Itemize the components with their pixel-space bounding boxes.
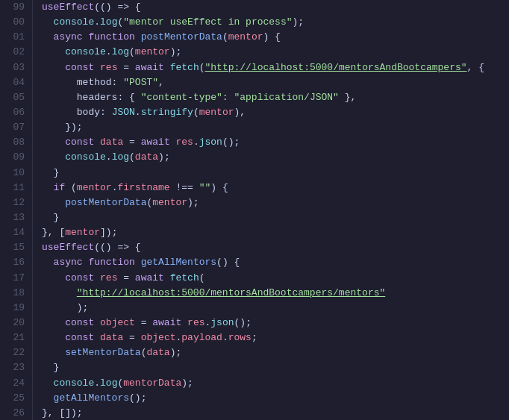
token-plain: }: [54, 212, 60, 223]
token-indent2: [42, 151, 65, 163]
code-line: console.log(data);: [42, 150, 509, 165]
token-method: log: [112, 46, 129, 57]
token-plain: [135, 31, 141, 43]
token-indent1: [42, 167, 54, 178]
code-line: async function getAllMentors() {: [42, 255, 509, 270]
token-plain: .: [135, 107, 141, 118]
token-indent2: [42, 347, 65, 358]
token-pm: mentorData: [123, 377, 181, 389]
token-fn: getAllMentors: [54, 392, 129, 404]
token-plain: [94, 62, 100, 73]
token-method: log: [100, 377, 117, 389]
token-method: console: [65, 151, 106, 163]
token-indent1: [42, 392, 54, 404]
token-kw: const: [65, 317, 94, 328]
token-url: "http://localhost:5000/mentorsAndBootcam…: [77, 287, 385, 298]
token-str: "": [199, 182, 211, 193]
token-plain: (: [193, 107, 199, 118]
token-plain: method:: [77, 77, 123, 88]
token-pm: mentor: [199, 107, 234, 118]
line-number: 06: [6, 105, 25, 120]
code-content: useEffect(() => { console.log("mentor us…: [33, 0, 509, 420]
token-plain: .: [106, 151, 112, 163]
token-plain: =: [117, 272, 134, 283]
token-plain: [94, 317, 100, 328]
line-number: 22: [6, 345, 25, 360]
token-indent2: [42, 332, 65, 343]
code-line: "http://localhost:5000/mentorsAndBootcam…: [42, 286, 509, 301]
code-line: }: [42, 210, 509, 225]
token-plain: ;: [252, 332, 257, 343]
token-pm: firstname: [117, 182, 169, 193]
token-fn: postMentorData: [141, 31, 222, 43]
code-line: console.log(mentorData);: [42, 376, 509, 391]
token-plain: [94, 332, 100, 343]
token-plain: ();: [129, 392, 146, 404]
code-line: headers: { "content-type": "application/…: [42, 90, 509, 105]
token-indent3: [42, 77, 77, 88]
line-number: 99: [6, 0, 25, 15]
token-plain: body:: [77, 107, 112, 118]
token-method: json: [210, 317, 234, 328]
token-plain: ();: [222, 137, 240, 148]
token-plain: ) {: [263, 31, 281, 43]
code-line: }, [mentor]);: [42, 225, 509, 240]
code-line: }, []);: [42, 406, 509, 420]
token-plain: , {: [467, 62, 484, 73]
line-number: 26: [6, 406, 25, 420]
token-kw: async: [54, 257, 83, 268]
code-line: const res = await fetch(: [42, 271, 509, 286]
line-number: 07: [6, 120, 25, 135]
code-line: async function postMentorData(mentor) {: [42, 30, 509, 45]
token-kw: const: [65, 332, 94, 343]
token-str: "application/JSON": [234, 92, 338, 103]
token-plain: (() => {: [94, 242, 140, 253]
token-plain: }, [: [42, 227, 65, 238]
code-line: });: [42, 120, 509, 135]
token-indent2: [42, 272, 65, 283]
token-fn: setMentorData: [65, 347, 140, 358]
token-method: fetch: [170, 272, 199, 283]
token-indent1: [42, 212, 54, 223]
token-indent2: [42, 62, 65, 73]
code-line: }: [42, 360, 509, 375]
token-fn: getAllMentors: [141, 257, 216, 268]
token-pm: data: [146, 347, 169, 358]
line-number: 25: [6, 391, 25, 406]
token-plain: );: [65, 302, 88, 313]
token-plain: =: [135, 317, 152, 328]
token-method: fetch: [170, 62, 199, 73]
token-kw: await: [135, 62, 164, 73]
code-line: console.log("mentor useEffect in process…: [42, 15, 509, 30]
token-indent2: [42, 302, 65, 313]
token-plain: .: [106, 46, 112, 57]
line-number: 12: [6, 195, 25, 210]
token-indent2: [42, 122, 65, 133]
token-plain: [170, 137, 176, 148]
token-plain: }, []);: [42, 407, 83, 419]
line-number: 24: [6, 376, 25, 391]
line-number: 23: [6, 360, 25, 375]
line-number: 18: [6, 286, 25, 301]
token-method: log: [112, 151, 129, 163]
line-number: 19: [6, 301, 25, 316]
token-method: json: [199, 137, 222, 148]
token-pm: data: [100, 332, 123, 343]
token-pm: mentor: [228, 31, 263, 43]
token-plain: },: [339, 92, 356, 103]
line-number: 05: [6, 90, 25, 105]
token-indent1: [42, 257, 54, 268]
line-number: 15: [6, 240, 25, 255]
token-kw: const: [65, 272, 94, 283]
token-plain: () {: [216, 257, 240, 268]
token-plain: .: [193, 137, 199, 148]
token-indent3: [42, 92, 77, 103]
line-number: 04: [6, 75, 25, 90]
token-plain: );: [158, 151, 170, 163]
token-kw: async: [54, 31, 83, 43]
token-str: "mentor useEffect in process": [123, 16, 292, 28]
token-indent2: [42, 137, 65, 148]
code-line: const data = object.payload.rows;: [42, 330, 509, 345]
line-number: 13: [6, 210, 25, 225]
code-line: }: [42, 166, 509, 181]
